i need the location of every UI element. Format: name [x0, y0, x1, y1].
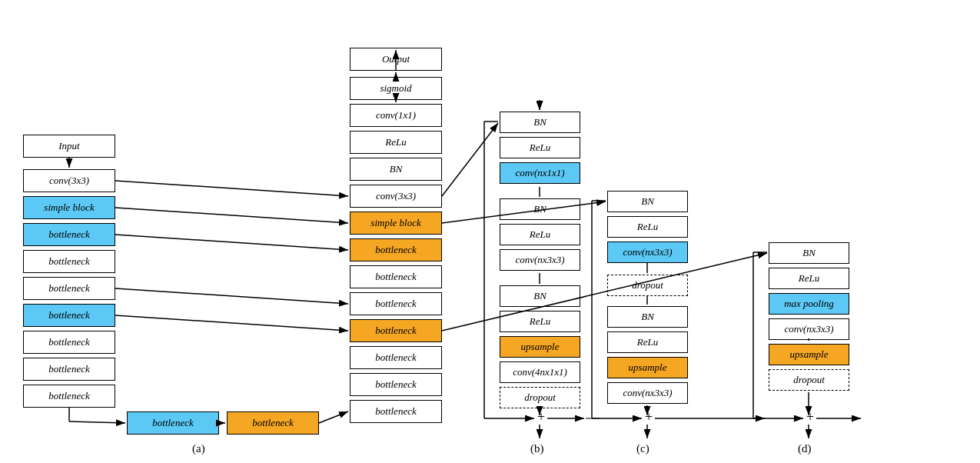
c-conv-nx3x3-plain: conv(nx3x3): [607, 382, 688, 404]
arrows-overlay: + + +: [0, 0, 980, 463]
svg-text:+: +: [645, 409, 653, 425]
block-bottleneck-left-2: bottleneck: [23, 250, 115, 273]
svg-text:+: +: [537, 409, 545, 425]
d-bn-1: BN: [769, 242, 849, 264]
b-conv-nx1x1: conv(nx1x1): [500, 162, 580, 184]
caption-a: (a): [192, 442, 205, 455]
c-conv-nx3x3-blue: conv(nx3x3): [607, 241, 688, 263]
block-bottleneck-right-5: bottleneck: [350, 346, 442, 369]
svg-text:+: +: [806, 409, 814, 425]
b-dropout: dropout: [500, 387, 580, 408]
block-bottleneck-bottom-orange: bottleneck: [227, 411, 319, 435]
c-bn-2: BN: [607, 306, 688, 328]
block-bottleneck-left-1: bottleneck: [23, 223, 115, 246]
block-bottleneck-right-6: bottleneck: [350, 373, 442, 396]
block-bottleneck-left-4: bottleneck: [23, 304, 115, 327]
svg-line-12: [69, 421, 125, 423]
block-input: Input: [23, 135, 115, 158]
svg-line-14: [442, 123, 498, 196]
d-upsample: upsample: [769, 344, 849, 365]
block-bottleneck-right-7: bottleneck: [350, 400, 442, 423]
svg-line-10: [319, 411, 348, 423]
diagram-container: Input conv(3x3) simple block bottleneck …: [0, 0, 980, 463]
block-bn-1: BN: [350, 158, 442, 181]
b-upsample: upsample: [500, 336, 580, 358]
d-dropout: dropout: [769, 369, 849, 391]
block-bottleneck-left-3: bottleneck: [23, 277, 115, 300]
block-sigmoid: sigmoid: [350, 77, 442, 100]
caption-c: (c): [636, 442, 649, 455]
svg-line-5: [115, 181, 348, 196]
block-conv3x3-right: conv(3x3): [350, 185, 442, 208]
c-dropout: dropout: [607, 275, 688, 296]
c-bn-1: BN: [607, 191, 688, 212]
block-bottleneck-right-3: bottleneck: [350, 292, 442, 315]
block-conv3x3-left: conv(3x3): [23, 169, 115, 192]
block-bottleneck-right-2: bottleneck: [350, 265, 442, 288]
b-relu-2: ReLu: [500, 224, 580, 245]
b-relu-3: ReLu: [500, 311, 580, 332]
b-relu-1: ReLu: [500, 137, 580, 158]
svg-line-36: [442, 253, 767, 331]
b-conv-nx3x3: conv(nx3x3): [500, 249, 580, 271]
b-bn-2: BN: [500, 198, 580, 220]
b-bn-1: BN: [500, 112, 580, 133]
caption-d: (d): [798, 442, 812, 455]
svg-line-7: [115, 235, 348, 250]
block-simple-right: simple block: [350, 212, 442, 235]
block-bottleneck-bottom-blue: bottleneck: [127, 411, 219, 435]
block-bottleneck-left-5: bottleneck: [23, 331, 115, 354]
block-bottleneck-left-6: bottleneck: [23, 358, 115, 381]
d-conv-nx3x3: conv(nx3x3): [769, 318, 849, 340]
block-simple-left: simple block: [23, 196, 115, 219]
block-bottleneck-right-1: bottleneck: [350, 238, 442, 261]
svg-line-8: [115, 288, 348, 304]
d-max-pooling: max pooling: [769, 293, 849, 315]
block-conv1x1: conv(1x1): [350, 104, 442, 127]
c-upsample: upsample: [607, 357, 688, 378]
svg-line-9: [115, 315, 348, 331]
c-relu-2: ReLu: [607, 331, 688, 353]
block-bottleneck-right-4: bottleneck: [350, 319, 442, 342]
svg-line-6: [115, 208, 348, 223]
block-relu-1: ReLu: [350, 131, 442, 154]
block-output: Output: [350, 48, 442, 71]
d-relu-1: ReLu: [769, 268, 849, 289]
block-bottleneck-left-7: bottleneck: [23, 385, 115, 408]
c-relu-1: ReLu: [607, 216, 688, 238]
b-conv-4nx1x1: conv(4nx1x1): [500, 361, 580, 383]
b-bn-3: BN: [500, 285, 580, 307]
caption-b: (b): [530, 442, 544, 455]
